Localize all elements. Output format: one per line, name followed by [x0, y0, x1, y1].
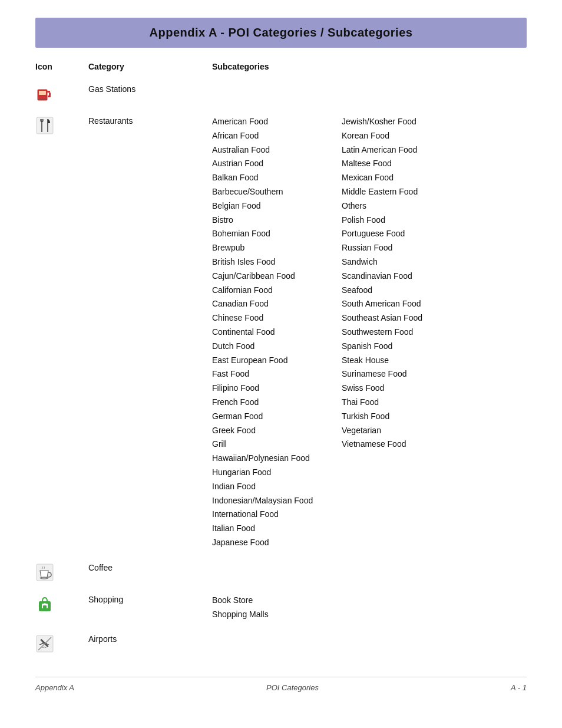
svg-rect-1 — [39, 91, 46, 95]
gas-stations-label: Gas Stations — [88, 83, 212, 94]
subcategory-item: Turkish Food — [342, 410, 471, 424]
subcategory-item: Thai Food — [342, 396, 471, 410]
restaurants-subcategories: American FoodAfrican FoodAustralian Food… — [212, 115, 527, 550]
restaurants-sub-col-right: Jewish/Kosher FoodKorean FoodLatin Ameri… — [342, 115, 471, 550]
subcategory-item: Dutch Food — [212, 340, 342, 354]
subcategory-item: Indonesian/Malaysian Food — [212, 494, 342, 508]
subcategory-item: Swiss Food — [342, 381, 471, 396]
shopping-label: Shopping — [88, 594, 212, 604]
footer-center: POI Categories — [266, 683, 319, 692]
subcategory-item: Belgian Food — [212, 199, 342, 213]
subcategory-item: East European Food — [212, 354, 342, 368]
shopping-sub-col: Book StoreShopping Malls — [212, 594, 342, 622]
subcategory-item: Others — [342, 199, 471, 213]
restaurants-sub-col-left: American FoodAfrican FoodAustralian Food… — [212, 115, 342, 550]
subcategory-item: Seafood — [342, 284, 471, 298]
table-row: Airports — [35, 633, 527, 653]
subcategory-item: Jewish/Kosher Food — [342, 115, 471, 129]
svg-rect-7 — [37, 117, 53, 134]
svg-rect-2 — [40, 96, 45, 97]
subcategory-item: Austrian Food — [212, 157, 342, 171]
category-column-header: Category — [88, 62, 212, 71]
airports-icon-cell — [35, 633, 88, 653]
footer-left: Appendix A — [35, 683, 74, 692]
subcategory-item: South American Food — [342, 297, 471, 311]
header-bar: Appendix A - POI Categories / Subcategor… — [35, 18, 527, 48]
subcategory-item: Korean Food — [342, 129, 471, 143]
subcategory-item: Southwestern Food — [342, 325, 471, 340]
subcategory-item: Indian Food — [212, 480, 342, 494]
subcategory-item: Portuguese Food — [342, 227, 471, 241]
subcategory-item: Chinese Food — [212, 311, 342, 325]
subcategory-item: International Food — [212, 508, 342, 522]
airports-icon — [35, 634, 54, 653]
svg-rect-6 — [38, 99, 47, 100]
restaurant-icon-cell — [35, 115, 88, 135]
icon-column-header: Icon — [35, 62, 88, 71]
subcategory-item: German Food — [212, 410, 342, 424]
subcategory-item: Middle Eastern Food — [342, 185, 471, 199]
subcategory-item: Scandinavian Food — [342, 269, 471, 284]
subcategory-item: Book Store — [212, 594, 342, 608]
shopping-icon — [35, 595, 54, 614]
subcategory-item: Cajun/Caribbean Food — [212, 269, 342, 284]
subcategory-item: Californian Food — [212, 284, 342, 298]
page: Appendix A - POI Categories / Subcategor… — [0, 0, 562, 728]
subcategories-column-header: Subcategories — [212, 62, 269, 71]
restaurant-icon — [35, 116, 54, 135]
table-row: Shopping Book StoreShopping Malls — [35, 594, 527, 622]
subcategory-item: Vegetarian — [342, 424, 471, 438]
subcategory-item: Filipino Food — [212, 381, 342, 396]
gas-icon — [35, 84, 54, 103]
subcategory-item: Continental Food — [212, 325, 342, 340]
subcategory-item: Fast Food — [212, 367, 342, 381]
subcategory-item: Maltese Food — [342, 157, 471, 171]
subcategory-item: Southeast Asian Food — [342, 311, 471, 325]
subcategory-item: Bistro — [212, 213, 342, 228]
shopping-icon-cell — [35, 594, 88, 614]
subcategory-item: Grill — [212, 437, 342, 452]
svg-rect-3 — [47, 91, 50, 93]
subcategory-item: Surinamese Food — [342, 367, 471, 381]
subcategory-item: Steak House — [342, 354, 471, 368]
subcategory-item: Canadian Food — [212, 297, 342, 311]
gas-station-icon-cell — [35, 83, 88, 103]
table-row: Coffee — [35, 562, 527, 582]
subcategory-item: Spanish Food — [342, 340, 471, 354]
footer: Appendix A POI Categories A - 1 — [35, 677, 527, 692]
svg-rect-18 — [43, 605, 47, 608]
subcategory-item: French Food — [212, 396, 342, 410]
footer-right: A - 1 — [511, 683, 527, 692]
subcategory-item: Russian Food — [342, 241, 471, 255]
coffee-label: Coffee — [88, 562, 212, 572]
table-row: Gas Stations — [35, 83, 527, 103]
column-headers: Icon Category Subcategories — [35, 62, 527, 76]
subcategory-item: Greek Food — [212, 424, 342, 438]
subcategory-item: Barbecue/Southern — [212, 185, 342, 199]
page-title: Appendix A - POI Categories / Subcategor… — [47, 26, 515, 39]
subcategory-item: African Food — [212, 129, 342, 143]
subcategory-item: Hungarian Food — [212, 466, 342, 480]
coffee-icon — [35, 563, 54, 582]
subcategory-item: Shopping Malls — [212, 608, 342, 622]
subcategory-item: Australian Food — [212, 143, 342, 157]
subcategory-item: Polish Food — [342, 213, 471, 228]
table-row: Restaurants American FoodAfrican FoodAus… — [35, 115, 527, 550]
subcategory-item: Sandwich — [342, 255, 471, 269]
subcategory-item: Vietnamese Food — [342, 437, 471, 452]
subcategory-item: Balkan Food — [212, 171, 342, 185]
subcategory-item: British Isles Food — [212, 255, 342, 269]
subcategory-item: Hawaiian/Polynesian Food — [212, 452, 342, 466]
subcategory-item: Latin American Food — [342, 143, 471, 157]
subcategory-item: Italian Food — [212, 522, 342, 536]
coffee-icon-cell — [35, 562, 88, 582]
subcategory-item: Bohemian Food — [212, 227, 342, 241]
subcategory-item: American Food — [212, 115, 342, 129]
restaurants-label: Restaurants — [88, 115, 212, 126]
subcategory-item: Brewpub — [212, 241, 342, 255]
subcategory-item: Mexican Food — [342, 171, 471, 185]
subcategory-item: Japanese Food — [212, 536, 342, 550]
svg-rect-5 — [48, 95, 51, 97]
airports-label: Airports — [88, 633, 212, 644]
shopping-subcategories: Book StoreShopping Malls — [212, 594, 527, 622]
